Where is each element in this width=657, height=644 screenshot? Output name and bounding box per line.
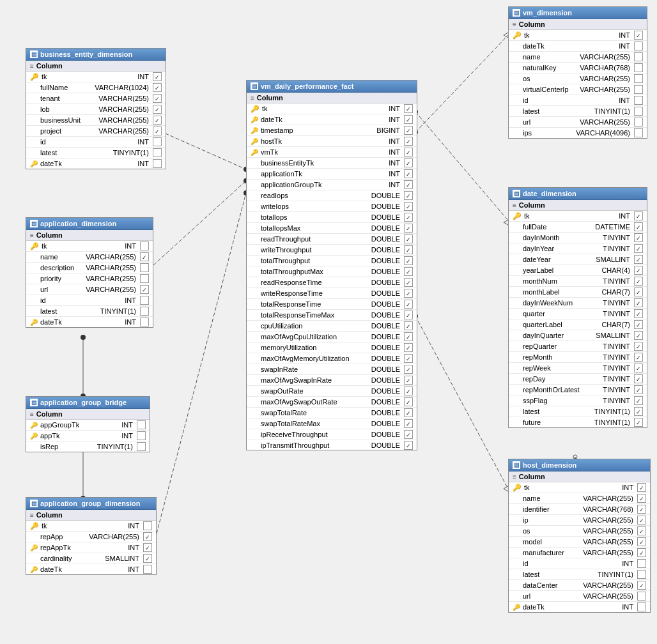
row-checkbox[interactable] — [637, 537, 646, 546]
row-checkbox[interactable] — [153, 148, 162, 157]
row-checkbox[interactable] — [140, 241, 149, 250]
row-checkbox[interactable] — [634, 320, 643, 329]
row-checkbox[interactable] — [634, 96, 643, 105]
row-checkbox[interactable] — [140, 285, 149, 294]
row-checkbox[interactable] — [404, 169, 413, 178]
row-checkbox[interactable] — [137, 420, 146, 429]
row-checkbox[interactable] — [634, 211, 643, 220]
row-checkbox[interactable] — [404, 419, 413, 428]
row-checkbox[interactable] — [404, 256, 413, 265]
row-checkbox[interactable] — [404, 224, 413, 233]
row-checkbox[interactable] — [143, 532, 152, 541]
row-checkbox[interactable] — [637, 505, 646, 514]
row-checkbox[interactable] — [637, 483, 646, 492]
row-checkbox[interactable] — [140, 296, 149, 305]
row-checkbox[interactable] — [404, 245, 413, 254]
row-checkbox[interactable] — [140, 307, 149, 316]
row-checkbox[interactable] — [634, 374, 643, 383]
row-checkbox[interactable] — [404, 310, 413, 319]
row-checkbox[interactable] — [153, 116, 162, 125]
row-checkbox[interactable] — [153, 159, 162, 168]
row-checkbox[interactable] — [634, 364, 643, 372]
row-checkbox[interactable] — [404, 397, 413, 406]
row-checkbox[interactable] — [143, 554, 152, 563]
row-checkbox[interactable] — [404, 126, 413, 135]
row-checkbox[interactable] — [140, 318, 149, 326]
row-checkbox[interactable] — [634, 288, 643, 296]
row-checkbox[interactable] — [153, 105, 162, 114]
row-checkbox[interactable] — [634, 128, 643, 137]
row-checkbox[interactable] — [140, 274, 149, 283]
row-checkbox[interactable] — [137, 442, 146, 451]
row-checkbox[interactable] — [634, 407, 643, 416]
row-checkbox[interactable] — [143, 543, 152, 552]
row-checkbox[interactable] — [637, 516, 646, 525]
row-checkbox[interactable] — [404, 441, 413, 450]
row-checkbox[interactable] — [634, 222, 643, 231]
row-checkbox[interactable] — [404, 234, 413, 243]
row-checkbox[interactable] — [634, 63, 643, 72]
row-checkbox[interactable] — [404, 408, 413, 417]
row-checkbox[interactable] — [634, 52, 643, 61]
row-checkbox[interactable] — [404, 191, 413, 200]
row-checkbox[interactable] — [140, 252, 149, 261]
row-checkbox[interactable] — [634, 42, 643, 50]
row-checkbox[interactable] — [404, 300, 413, 309]
row-checkbox[interactable] — [637, 581, 646, 590]
row-checkbox[interactable] — [404, 267, 413, 276]
row-checkbox[interactable] — [637, 559, 646, 568]
row-checkbox[interactable] — [404, 343, 413, 352]
row-checkbox[interactable] — [637, 592, 646, 601]
row-checkbox[interactable] — [404, 278, 413, 287]
row-checkbox[interactable] — [404, 289, 413, 298]
row-checkbox[interactable] — [404, 158, 413, 167]
row-checkbox[interactable] — [634, 396, 643, 405]
row-checkbox[interactable] — [634, 298, 643, 307]
row-checkbox[interactable] — [404, 104, 413, 113]
row-checkbox[interactable] — [634, 107, 643, 116]
row-checkbox[interactable] — [637, 570, 646, 579]
row-checkbox[interactable] — [140, 263, 149, 272]
row-checkbox[interactable] — [404, 202, 413, 211]
row-checkbox[interactable] — [404, 354, 413, 363]
row-checkbox[interactable] — [634, 342, 643, 351]
row-checkbox[interactable] — [634, 244, 643, 253]
row-checkbox[interactable] — [634, 233, 643, 242]
row-checkbox[interactable] — [634, 118, 643, 126]
row-checkbox[interactable] — [637, 602, 646, 611]
row-checkbox[interactable] — [404, 332, 413, 341]
row-checkbox[interactable] — [634, 266, 643, 275]
row-checkbox[interactable] — [143, 565, 152, 574]
row-checkbox[interactable] — [153, 72, 162, 81]
row-checkbox[interactable] — [404, 430, 413, 439]
row-checkbox[interactable] — [634, 31, 643, 40]
row-checkbox[interactable] — [634, 255, 643, 264]
row-checkbox[interactable] — [634, 331, 643, 340]
row-checkbox[interactable] — [143, 521, 152, 530]
row-checkbox[interactable] — [634, 277, 643, 286]
row-checkbox[interactable] — [404, 321, 413, 330]
row-checkbox[interactable] — [404, 137, 413, 146]
row-checkbox[interactable] — [404, 180, 413, 189]
row-checkbox[interactable] — [404, 376, 413, 385]
row-checkbox[interactable] — [153, 126, 162, 135]
row-checkbox[interactable] — [404, 387, 413, 395]
row-checkbox[interactable] — [637, 548, 646, 557]
row-checkbox[interactable] — [153, 83, 162, 92]
table-date-dimension: ▤ date_dimension ≡ Column 🔑 tk INT fullD… — [508, 187, 647, 428]
row-checkbox[interactable] — [634, 418, 643, 427]
row-checkbox[interactable] — [634, 74, 643, 83]
row-checkbox[interactable] — [634, 85, 643, 94]
row-checkbox[interactable] — [634, 309, 643, 318]
row-checkbox[interactable] — [404, 213, 413, 222]
row-checkbox[interactable] — [153, 137, 162, 146]
row-checkbox[interactable] — [637, 526, 646, 535]
row-checkbox[interactable] — [634, 385, 643, 394]
row-checkbox[interactable] — [153, 94, 162, 103]
row-checkbox[interactable] — [137, 431, 146, 440]
row-checkbox[interactable] — [634, 353, 643, 362]
row-checkbox[interactable] — [404, 365, 413, 374]
row-checkbox[interactable] — [404, 148, 413, 157]
row-checkbox[interactable] — [637, 494, 646, 503]
row-checkbox[interactable] — [404, 115, 413, 124]
